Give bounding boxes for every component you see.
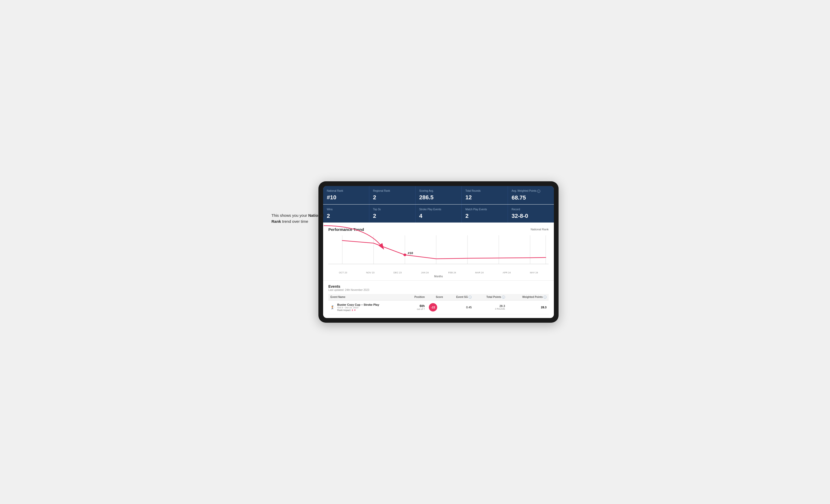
chart-x-labels: OCT 23 NOV 23 DEC 23 JAN 24 FEB 24 MAR 2… [328,271,549,274]
x-label-mar24: MAR 24 [466,271,493,274]
events-table-body: 🏌️ Buster Cozy Cup – Stroke Play Oct 9 -… [328,300,549,314]
stat-top3s: Top 3s 2 [369,204,415,223]
stat-national-rank-label: National Rank [327,189,365,193]
stat-match-play-events: Match Play Events 2 [462,204,508,223]
stat-stroke-play-events-value: 4 [419,212,458,220]
x-label-may24: MAY 24 [520,271,548,274]
events-title: Events [328,284,549,289]
info-icon: i [537,190,540,193]
stat-record-label: Record [512,208,550,211]
info-icon-weighted-points: i [543,296,547,299]
stat-wins: Wins 2 [323,204,369,223]
event-position-sub: out of 7 [408,308,425,310]
stat-scoring-avg-label: Scoring Avg. [419,189,458,193]
stat-avg-weighted-points-label: Avg. Weighted Points i [512,189,550,193]
event-name: Buster Cozy Cup – Stroke Play [337,303,379,306]
stat-avg-weighted-points: Avg. Weighted Points i 68.75 [508,186,554,204]
stat-match-play-events-value: 2 [466,212,504,220]
events-last-updated: Last updated: 24th November 2023 [328,289,549,292]
events-header: Events Last updated: 24th November 2023 [328,284,549,292]
x-label-dec23: DEC 23 [384,271,411,274]
event-name-cell: 🏌️ Buster Cozy Cup – Stroke Play Oct 9 -… [328,300,406,314]
info-icon-total-points: i [502,296,505,299]
x-label-nov23: NOV 23 [357,271,384,274]
stat-wins-value: 2 [327,212,365,220]
svg-point-10 [404,254,406,256]
event-position: 6th [408,304,425,308]
stat-scoring-avg: Scoring Avg. 286.5 [416,186,461,204]
stats-row-2: Wins 2 Top 3s 2 Stroke Play Events 4 Mat… [323,204,554,223]
stat-total-rounds: Total Rounds 12 [462,186,508,204]
stat-avg-weighted-points-value: 68.75 [512,194,550,201]
performance-label: National Rank [531,228,549,231]
col-total-points: Total Points i [474,294,507,301]
event-date: Oct 9 - Oct 10, 2023 [337,306,379,309]
stat-national-rank: National Rank #10 [323,186,369,204]
tablet-screen: National Rank #10 Regional Rank 2 Scorin… [323,186,554,318]
stat-wins-label: Wins [327,208,365,211]
x-label-jan24: JAN 24 [411,271,439,274]
event-total-points-value: 28.3 [476,304,505,308]
event-total-points-cell: 28.3 3 Rounds [474,300,507,314]
stat-regional-rank: Regional Rank 2 [369,186,415,204]
performance-header: Performance Trend National Rank [328,227,549,232]
stat-record-value: 32-8-0 [512,212,550,220]
event-sg-cell: 0.45 [445,300,474,314]
performance-trend-section: Performance Trend National Rank [323,223,554,281]
stat-total-rounds-label: Total Rounds [466,189,504,193]
table-row: 🏌️ Buster Cozy Cup – Stroke Play Oct 9 -… [328,300,549,314]
event-golf-icon: 🏌️ [330,305,335,309]
stat-scoring-avg-value: 286.5 [419,194,458,201]
svg-text:#10: #10 [408,251,413,254]
stats-row-1: National Rank #10 Regional Rank 2 Scorin… [323,186,554,204]
col-score: Score [427,294,445,301]
performance-chart: #10 [328,235,549,269]
stat-match-play-events-label: Match Play Events [466,208,504,211]
stat-total-rounds-value: 12 [466,194,504,201]
info-icon-event-sg: i [469,296,472,299]
chart-axis-title: Months [328,275,549,278]
events-table-header-row: Event Name Position Score Event SG i Tot… [328,294,549,301]
chart-svg: #10 [328,235,549,269]
annotation-text: This shows you your National Rank trend … [272,212,329,224]
stat-regional-rank-label: Regional Rank [373,189,412,193]
event-total-rounds: 3 Rounds [476,308,505,310]
event-weighted-points-value: 28.3 [541,306,547,309]
events-section: Events Last updated: 24th November 2023 … [323,281,554,318]
event-sg-value: 0.45 [466,306,472,309]
performance-title: Performance Trend [328,227,364,232]
col-weighted-points: Weighted Points i [507,294,549,301]
stat-record: Record 32-8-0 [508,204,554,223]
event-rank-impact: Rank Impact: 3 ▼ [337,309,379,311]
stat-national-rank-value: #10 [327,194,365,201]
events-table-header: Event Name Position Score Event SG i Tot… [328,294,549,301]
event-score-cell: -22 [427,300,445,314]
stat-top3s-label: Top 3s [373,208,412,211]
events-table: Event Name Position Score Event SG i Tot… [328,294,549,314]
tablet-device: National Rank #10 Regional Rank 2 Scorin… [318,181,558,323]
x-label-feb24: FEB 24 [439,271,466,274]
stat-regional-rank-value: 2 [373,194,412,201]
x-label-oct23: OCT 23 [329,271,357,274]
stat-stroke-play-events: Stroke Play Events 4 [416,204,461,223]
col-event-name: Event Name [328,294,406,301]
event-weighted-points-cell: 28.3 [507,300,549,314]
stat-top3s-value: 2 [373,212,412,220]
event-score-badge: -22 [429,303,437,311]
col-position: Position [406,294,427,301]
col-event-sg: Event SG i [445,294,474,301]
stat-stroke-play-events-label: Stroke Play Events [419,208,458,211]
x-label-apr24: APR 24 [493,271,520,274]
event-position-cell: 6th out of 7 [406,300,427,314]
